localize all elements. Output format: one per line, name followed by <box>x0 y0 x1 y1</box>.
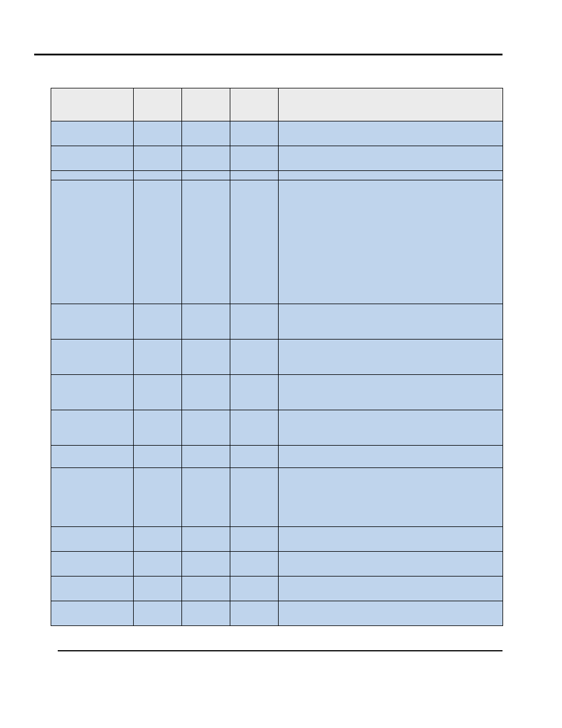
table-cell <box>230 375 279 410</box>
bottom-horizontal-rule <box>58 650 503 651</box>
table-cell <box>230 601 279 626</box>
table-cell <box>134 146 182 171</box>
table-cell <box>51 527 134 552</box>
table-cell <box>230 180 279 304</box>
table-cell <box>182 552 230 577</box>
table-header-cell <box>182 88 230 121</box>
table-cell <box>51 601 134 626</box>
table-cell <box>51 171 134 180</box>
table-cell <box>230 171 279 180</box>
table-cell <box>230 468 279 527</box>
table-cell <box>230 304 279 340</box>
table-cell <box>182 304 230 340</box>
table-row <box>51 410 503 446</box>
table-cell <box>230 552 279 577</box>
table-cell <box>134 121 182 146</box>
table-cell <box>134 527 182 552</box>
table-cell <box>134 375 182 410</box>
page <box>0 0 562 728</box>
table-row <box>51 121 503 146</box>
table-cell <box>230 577 279 601</box>
table-cell <box>51 146 134 171</box>
table-header-cell <box>51 88 134 121</box>
table-cell <box>279 180 503 304</box>
table-cell <box>279 601 503 626</box>
table-row <box>51 468 503 527</box>
table-cell <box>51 121 134 146</box>
table-cell <box>51 340 134 375</box>
table-row <box>51 304 503 340</box>
table-cell <box>134 304 182 340</box>
table-cell <box>51 180 134 304</box>
table-cell <box>279 146 503 171</box>
table-cell <box>182 468 230 527</box>
table-cell <box>279 527 503 552</box>
table-cell <box>182 446 230 468</box>
table-cell <box>134 171 182 180</box>
table-cell <box>51 446 134 468</box>
table-cell <box>230 446 279 468</box>
table-cell <box>134 340 182 375</box>
table-cell <box>230 146 279 171</box>
data-table <box>51 88 503 626</box>
table-cell <box>182 410 230 446</box>
table-cell <box>134 446 182 468</box>
table-row <box>51 146 503 171</box>
table-header-cell <box>230 88 279 121</box>
table-row <box>51 171 503 180</box>
table-cell <box>51 468 134 527</box>
table-cell <box>230 121 279 146</box>
table-row <box>51 601 503 626</box>
table-cell <box>134 601 182 626</box>
table-cell <box>182 375 230 410</box>
table-cell <box>279 468 503 527</box>
table-cell <box>182 527 230 552</box>
table-cell <box>134 577 182 601</box>
table-row <box>51 180 503 304</box>
table-cell <box>182 121 230 146</box>
table-cell <box>134 180 182 304</box>
table-cell <box>279 552 503 577</box>
table-cell <box>51 552 134 577</box>
table-row <box>51 527 503 552</box>
table-cell <box>279 410 503 446</box>
table-cell <box>134 552 182 577</box>
table-cell <box>134 410 182 446</box>
table-row <box>51 552 503 577</box>
table-cell <box>279 446 503 468</box>
table-header-row <box>51 88 503 121</box>
table-header <box>51 88 503 121</box>
table-cell <box>134 468 182 527</box>
table-cell <box>182 340 230 375</box>
table-cell <box>51 577 134 601</box>
table-cell <box>182 180 230 304</box>
table-row <box>51 446 503 468</box>
table-row <box>51 375 503 410</box>
table-cell <box>182 577 230 601</box>
table-cell <box>51 375 134 410</box>
table-cell <box>230 410 279 446</box>
table-cell <box>182 171 230 180</box>
table-cell <box>279 375 503 410</box>
table-row <box>51 577 503 601</box>
table-body <box>51 121 503 626</box>
table-cell <box>230 340 279 375</box>
top-horizontal-rule <box>34 54 503 55</box>
table-cell <box>230 527 279 552</box>
table-cell <box>182 146 230 171</box>
table-cell <box>279 340 503 375</box>
table-cell <box>279 577 503 601</box>
table-header-cell <box>134 88 182 121</box>
table-cell <box>51 304 134 340</box>
table-cell <box>279 121 503 146</box>
table-cell <box>279 171 503 180</box>
table-cell <box>182 601 230 626</box>
table-row <box>51 340 503 375</box>
table-cell <box>51 410 134 446</box>
table-header-cell <box>279 88 503 121</box>
table-cell <box>279 304 503 340</box>
